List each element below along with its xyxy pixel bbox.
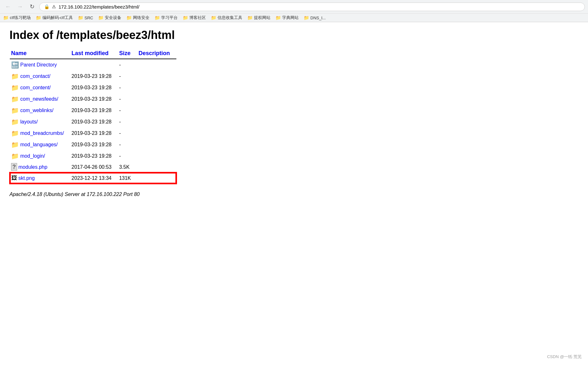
folder-icon: 📁 (275, 15, 281, 20)
col-description-link[interactable]: Description (139, 50, 170, 56)
entry-last-modified: 2019-03-23 19:28 (70, 105, 118, 116)
url-input[interactable] (59, 4, 580, 9)
bookmark-item[interactable]: 📁ctf练习靶场 (3, 15, 31, 21)
folder-icon: 📁 (11, 96, 19, 103)
directory-table: Name Last modified Size Description 🔙Par… (9, 48, 177, 184)
entry-link[interactable]: com_content/ (20, 85, 51, 91)
entry-icon: 📁 (11, 129, 19, 137)
server-info: Apache/2.4.18 (Ubuntu) Server at 172.16.… (9, 192, 275, 197)
entry-icon: 📁 (11, 73, 19, 80)
entry-last-modified: 2019-03-23 19:28 (70, 139, 118, 150)
entry-size: - (118, 150, 137, 162)
entry-description (137, 59, 176, 71)
bookmark-item[interactable]: 📁博客社区 (183, 15, 206, 21)
entry-last-modified: 2019-03-23 19:28 (70, 71, 118, 82)
col-last-modified-link[interactable]: Last modified (72, 50, 109, 56)
entry-link[interactable]: mod_languages/ (20, 142, 58, 148)
bookmark-label: 提权网站 (254, 15, 270, 21)
php-icon: ? (11, 163, 17, 171)
entry-icon: 📁 (11, 152, 19, 160)
reload-button[interactable]: ↻ (27, 2, 37, 11)
bookmark-item[interactable]: 📁网络安全 (126, 15, 149, 21)
folder-icon: 📁 (247, 15, 253, 20)
entry-name-cell: 📁mod_breadcrumbs/ (10, 128, 70, 139)
bookmark-item[interactable]: 📁学习平台 (155, 15, 178, 21)
bookmark-label: 字典网站 (282, 15, 299, 21)
name-cell-inner: 📁com_content/ (11, 84, 64, 92)
entry-description (137, 116, 176, 128)
entry-link[interactable]: com_contact/ (20, 73, 50, 79)
table-row: 📁com_contact/2019-03-23 19:28- (10, 71, 176, 82)
bookmark-label: SRC (85, 16, 93, 20)
table-row: 🖼skt.png2023-12-12 13:34131K (10, 173, 176, 184)
entry-last-modified: 2017-04-26 00:53 (70, 162, 118, 173)
entry-last-modified: 2019-03-23 19:28 (70, 116, 118, 128)
bookmark-item[interactable]: 📁字典网站 (275, 15, 299, 21)
nav-bar: ← → ↻ 🔒 ⚠ (0, 0, 588, 13)
bookmark-item[interactable]: 📁提权网站 (247, 15, 270, 21)
entry-link[interactable]: com_weblinks/ (20, 108, 54, 113)
folder-icon: 📁 (98, 15, 104, 20)
entry-last-modified (70, 59, 118, 71)
name-cell-inner: 📁mod_breadcrumbs/ (11, 129, 64, 137)
entry-link[interactable]: mod_breadcrumbs/ (20, 130, 64, 136)
folder-icon: 📁 (11, 84, 19, 91)
entry-description (137, 173, 176, 184)
bookmark-label: 安全设备 (105, 15, 121, 21)
entry-description (137, 93, 176, 105)
entry-name-cell: 📁mod_login/ (10, 150, 70, 162)
folder-icon: 📁 (3, 15, 9, 20)
folder-icon: 📁 (11, 153, 19, 160)
bookmark-item[interactable]: 📁编码解码-ctf工具 (36, 15, 73, 21)
name-cell-inner: 📁mod_languages/ (11, 141, 64, 148)
entry-link[interactable]: skt.png (18, 175, 35, 181)
entry-link[interactable]: com_newsfeeds/ (20, 96, 58, 102)
col-name-link[interactable]: Name (11, 50, 27, 56)
entry-size: - (118, 116, 137, 128)
name-cell-inner: 📁mod_login/ (11, 152, 64, 160)
entry-size: - (118, 93, 137, 105)
col-description: Description (137, 48, 176, 59)
bookmark-item[interactable]: 📁安全设备 (98, 15, 121, 21)
png-icon: 🖼 (11, 175, 17, 181)
name-cell-inner: 📁com_weblinks/ (11, 107, 64, 114)
folder-icon: 📁 (36, 15, 41, 20)
name-cell-inner: 🖼skt.png (11, 175, 64, 181)
folder-icon: 📁 (11, 130, 19, 137)
entry-link[interactable]: Parent Directory (20, 62, 57, 68)
bookmark-item[interactable]: 📁信息收集工具 (211, 15, 242, 21)
table-row: 📁com_weblinks/2019-03-23 19:28- (10, 105, 176, 116)
folder-icon: 📁 (11, 73, 19, 80)
bookmark-label: 编码解码-ctf工具 (42, 15, 73, 21)
col-name: Name (10, 48, 70, 59)
entry-description (137, 150, 176, 162)
entry-name-cell: ?modules.php (10, 162, 70, 173)
back-button[interactable]: ← (3, 2, 13, 11)
name-cell-inner: 📁com_newsfeeds/ (11, 95, 64, 103)
address-bar[interactable]: 🔒 ⚠ (39, 3, 585, 11)
col-size-link[interactable]: Size (119, 50, 130, 56)
table-row: 📁mod_login/2019-03-23 19:28- (10, 150, 176, 162)
bookmark-item[interactable]: 📁DNS_l... (304, 15, 326, 20)
bookmark-label: 学习平台 (161, 15, 178, 21)
browser-chrome: ← → ↻ 🔒 ⚠ 📁ctf练习靶场📁编码解码-ctf工具📁SRC📁安全设备📁网… (0, 0, 588, 22)
entry-last-modified: 2019-03-23 19:28 (70, 93, 118, 105)
entry-description (137, 71, 176, 82)
entry-last-modified: 2023-12-12 13:34 (70, 173, 118, 184)
folder-icon: 📁 (126, 15, 132, 20)
bookmark-label: ctf练习靶场 (10, 15, 31, 21)
forward-button[interactable]: → (15, 2, 25, 11)
entry-size: - (118, 139, 137, 150)
entry-icon: 🔙 (11, 61, 19, 69)
folder-icon: 📁 (211, 15, 216, 20)
entry-link[interactable]: modules.php (18, 164, 47, 170)
folder-icon: 📁 (78, 15, 83, 20)
page-title: Index of /templates/beez3/html (9, 28, 275, 42)
bookmark-item[interactable]: 📁SRC (78, 15, 93, 20)
entry-size: - (118, 128, 137, 139)
entry-description (137, 139, 176, 150)
entry-name-cell: 📁com_weblinks/ (10, 105, 70, 116)
entry-link[interactable]: layouts/ (20, 119, 38, 125)
entry-link[interactable]: mod_login/ (20, 153, 45, 159)
name-cell-inner: ?modules.php (11, 164, 64, 170)
